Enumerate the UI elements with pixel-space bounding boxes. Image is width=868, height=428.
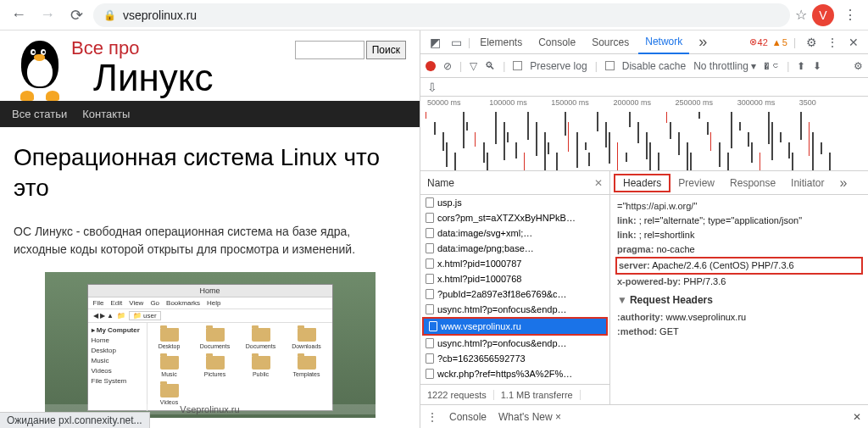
request-header-row: :method: GET	[617, 325, 861, 339]
url-text: vseprolinux.ru	[123, 8, 197, 22]
drawer-tab-whatsnew[interactable]: What's New ×	[498, 411, 561, 423]
filter-icon[interactable]: ▽	[470, 60, 477, 72]
network-request-row[interactable]: ?pubId=2a897e3f18e6769&c…	[420, 286, 609, 302]
tux-penguin-logo	[14, 37, 66, 101]
response-header-row: x-powered-by: PHP/7.3.6	[617, 275, 861, 289]
site-search-input[interactable]	[295, 41, 364, 59]
response-header-row: link: ; rel="alternate"; type="applicati…	[617, 214, 861, 228]
name-column-header[interactable]: Name ✕	[420, 171, 609, 195]
error-count: 42	[758, 37, 768, 47]
response-header-row: server: Apache/2.4.6 (CentOS) PHP/7.3.6	[615, 257, 863, 275]
network-request-row[interactable]: cors?pm_st=aXTZXxByHNPkB…	[420, 210, 609, 225]
request-header-row: :authority: www.vseprolinux.ru	[617, 310, 861, 325]
forward-button[interactable]: →	[36, 3, 59, 27]
warning-count: 5	[782, 37, 787, 47]
site-search-button[interactable]: Поиск	[366, 41, 406, 59]
inspect-element-icon[interactable]: ◩	[426, 36, 444, 49]
drawer-tab-console[interactable]: Console	[449, 411, 487, 423]
article-screenshot: Home FileEditViewGoBookmarksHelp ◀ ▶ ▲ 📁…	[45, 272, 376, 418]
request-headers-section: Request Headers	[630, 294, 713, 306]
drawer-close-icon[interactable]: ✕	[853, 411, 861, 423]
subtab-initiator[interactable]: Initiator	[783, 174, 832, 192]
close-detail-icon[interactable]: ✕	[594, 177, 603, 189]
record-button[interactable]	[426, 61, 436, 71]
subtab-response[interactable]: Response	[722, 174, 783, 192]
address-bar[interactable]: 🔒 vseprolinux.ru	[93, 3, 790, 27]
tab-network[interactable]: Network	[638, 31, 689, 54]
devtools-drawer: ⋮ Console What's New × ✕	[420, 404, 868, 428]
fm-window-title: Home	[88, 285, 332, 297]
network-request-row[interactable]: usp.js	[420, 195, 609, 210]
page-content: Все про Линукс Поиск Все статьи Контакты…	[0, 31, 420, 428]
device-toggle-icon[interactable]: ▭	[447, 36, 465, 49]
subtabs-overflow-icon[interactable]: »	[832, 174, 854, 192]
download-har-icon[interactable]: ⬇	[813, 60, 821, 72]
site-nav: Все статьи Контакты	[0, 101, 420, 127]
network-request-row[interactable]: usync.html?p=onfocus&endp…	[420, 302, 609, 317]
network-request-row[interactable]: ?cb=1623656592773	[420, 351, 609, 366]
headers-view[interactable]: ="https://api.w.org/" link: ; rel="alter…	[610, 195, 868, 404]
network-request-row[interactable]: wckr.php?ref=https%3A%2F%…	[420, 366, 609, 381]
browser-menu-button[interactable]: ⋮	[839, 7, 861, 23]
nav-all-articles[interactable]: Все статьи	[12, 108, 67, 120]
search-icon[interactable]: 🔍︎	[485, 60, 495, 72]
browser-toolbar: ← → ⟳ 🔒 vseprolinux.ru ☆ V ⋮	[0, 0, 868, 31]
article-title: Операционная система Linux что это	[14, 142, 406, 204]
transfer-size: 1.1 MB transferre	[494, 390, 581, 400]
bookmark-star-icon[interactable]: ☆	[795, 7, 807, 23]
download-icon[interactable]: ⇩	[427, 81, 437, 94]
network-request-row[interactable]: x.html?pid=1000787	[420, 256, 609, 271]
warning-badge-icon[interactable]: ▲	[772, 37, 782, 47]
clear-icon[interactable]: ⊘	[443, 60, 452, 72]
tab-sources[interactable]: Sources	[585, 31, 636, 54]
error-badge-icon[interactable]: ⊗	[749, 36, 757, 47]
devtools-panel: ◩ ▭ | Elements Console Sources Network »…	[420, 31, 868, 428]
disable-cache-label: Disable cache	[622, 60, 686, 72]
network-request-row[interactable]: data:image/png;base…	[420, 241, 609, 256]
subtab-preview[interactable]: Preview	[670, 174, 722, 192]
wifi-icon[interactable]: �င	[764, 60, 779, 72]
network-request-row[interactable]: data:image/svg+xml;…	[420, 225, 609, 241]
nav-contacts[interactable]: Контакты	[82, 108, 130, 120]
network-request-row[interactable]: www.vseprolinux.ru	[422, 317, 608, 336]
detail-tabs: Headers Preview Response Initiator »	[610, 171, 868, 195]
preserve-log-checkbox[interactable]	[513, 61, 522, 70]
article-paragraph: ОС Линукс - свободная операционная систе…	[14, 223, 406, 258]
network-timeline[interactable]: 50000 ms100000 ms150000 ms200000 ms25000…	[420, 97, 868, 171]
devtools-settings-icon[interactable]: ⚙	[802, 36, 821, 49]
header-row: ="https://api.w.org/"	[617, 199, 861, 214]
back-button[interactable]: ←	[7, 3, 31, 27]
lock-icon: 🔒	[103, 9, 116, 21]
tabs-overflow-icon[interactable]: »	[692, 31, 714, 54]
response-header-row: link: ; rel=shortlink	[617, 228, 861, 242]
devtools-tabbar: ◩ ▭ | Elements Console Sources Network »…	[420, 31, 868, 54]
throttling-select[interactable]: No throttling ▾	[693, 60, 756, 72]
upload-har-icon[interactable]: ⬆	[797, 60, 805, 72]
devtools-close-icon[interactable]: ✕	[844, 36, 863, 49]
tab-console[interactable]: Console	[531, 31, 582, 54]
disable-cache-checkbox[interactable]	[605, 61, 615, 70]
network-request-row[interactable]: usync.html?p=onfocus&endp…	[420, 336, 609, 351]
profile-avatar[interactable]: V	[812, 4, 834, 26]
response-header-row: pragma: no-cache	[617, 242, 861, 257]
tab-elements[interactable]: Elements	[473, 31, 529, 54]
request-count: 1222 requests	[420, 390, 494, 400]
devtools-menu-icon[interactable]: ⋮	[823, 36, 842, 49]
reload-button[interactable]: ⟳	[64, 3, 88, 27]
brand-line2: Линукс	[93, 59, 214, 97]
preserve-log-label: Preserve log	[530, 60, 587, 72]
drawer-menu-icon[interactable]: ⋮	[427, 411, 437, 423]
site-header: Все про Линукс Поиск	[0, 31, 420, 101]
network-request-row[interactable]: x.html?pid=1000768	[420, 271, 609, 286]
network-toolbar: ⊘ | ▽ 🔍︎ | Preserve log | Disable cache …	[420, 54, 868, 78]
browser-status-text: Ожидание pxl.connexity.net...	[0, 412, 150, 428]
subtab-headers[interactable]: Headers	[614, 174, 670, 192]
network-settings-icon[interactable]: ⚙	[854, 60, 863, 72]
